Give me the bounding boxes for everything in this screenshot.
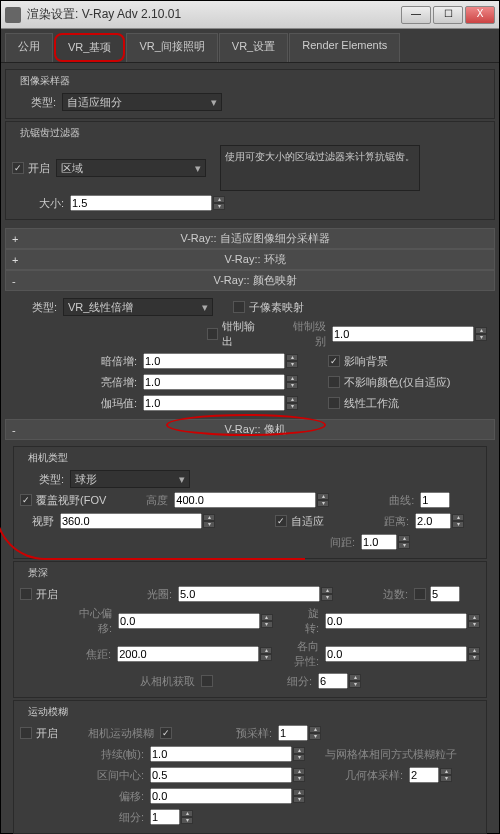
fromcam-label: 从相机获取 <box>140 674 201 689</box>
titlebar: 渲染设置: V-Ray Adv 2.10.01 — ☐ X <box>1 1 499 29</box>
cm-dark-input[interactable] <box>143 353 285 369</box>
antialias-title: 抗锯齿过滤器 <box>16 126 84 140</box>
subdiv-input[interactable] <box>318 673 348 689</box>
tab-vr-basic[interactable]: VR_基项 <box>54 33 125 62</box>
cm-dark-spinner[interactable]: ▴▾ <box>286 354 298 368</box>
cam-mb-checkbox[interactable]: ✓ <box>160 727 172 739</box>
cm-bright-label: 亮倍增: <box>13 375 143 390</box>
camera-curve-input[interactable] <box>420 492 450 508</box>
bias-label: 偏移: <box>90 789 150 804</box>
fromcam-checkbox[interactable] <box>201 675 213 687</box>
center-spinner[interactable]: ▴▾ <box>261 614 273 628</box>
aperture-spinner[interactable]: ▴▾ <box>321 587 333 601</box>
close-button[interactable]: X <box>465 6 495 24</box>
camera-view-spinner[interactable]: ▴▾ <box>203 514 215 528</box>
geosamp-spinner[interactable]: ▴▾ <box>440 768 452 782</box>
tab-vr-indirect[interactable]: VR_间接照明 <box>126 33 217 62</box>
aperture-label: 光圈: <box>118 587 178 602</box>
aniso-spinner[interactable]: ▴▾ <box>468 647 480 661</box>
subdiv2-spinner[interactable]: ▴▾ <box>181 810 193 824</box>
antialias-filter-dropdown[interactable]: 区域 <box>56 159 206 177</box>
fov-override-checkbox[interactable]: ✓ <box>20 494 32 506</box>
presamp-label: 预采样: <box>236 726 278 741</box>
sampler-type-label: 类型: <box>12 95 62 110</box>
cm-bg-checkbox[interactable]: ✓ <box>328 355 340 367</box>
presamp-spinner[interactable]: ▴▾ <box>309 726 321 740</box>
cm-gamma-input[interactable] <box>143 395 285 411</box>
camera-dist-spinner[interactable]: ▴▾ <box>452 514 464 528</box>
tab-common[interactable]: 公用 <box>5 33 53 62</box>
dof-enable-checkbox[interactable] <box>20 588 32 600</box>
cm-noaffect-checkbox[interactable] <box>328 376 340 388</box>
antialias-group: 抗锯齿过滤器 ✓ 开启 区域 使用可变大小的区域过滤器来计算抗锯齿。 大小: ▴… <box>5 121 495 220</box>
camera-inter-spinner[interactable]: ▴▾ <box>398 535 410 549</box>
camera-dist-input[interactable] <box>415 513 451 529</box>
cm-gamma-label: 伽玛值: <box>13 396 143 411</box>
rollup-environment[interactable]: +V-Ray:: 环境 <box>5 249 495 270</box>
tab-render-elements[interactable]: Render Elements <box>289 33 400 62</box>
subdiv2-label: 细分: <box>90 810 150 825</box>
cm-clamp-checkbox[interactable] <box>207 328 218 340</box>
camera-adaptive-checkbox[interactable]: ✓ <box>275 515 287 527</box>
mb-enable-checkbox[interactable] <box>20 727 32 739</box>
duration-label: 持续(帧): <box>90 747 150 762</box>
duration-spinner[interactable]: ▴▾ <box>293 747 305 761</box>
center-input[interactable] <box>118 613 260 629</box>
camera-view-input[interactable] <box>60 513 202 529</box>
aperture-input[interactable] <box>178 586 320 602</box>
camera-type-dropdown[interactable]: 球形 <box>70 470 190 488</box>
cm-clamp-spinner[interactable]: ▴▾ <box>475 327 487 341</box>
focal-spinner[interactable]: ▴▾ <box>260 647 272 661</box>
camera-inter-input[interactable] <box>361 534 397 550</box>
sides-input[interactable] <box>430 586 460 602</box>
camera-height-spinner[interactable]: ▴▾ <box>317 493 329 507</box>
sides-checkbox[interactable] <box>414 588 426 600</box>
rollup-colormap[interactable]: -V-Ray:: 颜色映射 <box>5 270 495 291</box>
focal-input[interactable] <box>117 646 259 662</box>
cm-bright-spinner[interactable]: ▴▾ <box>286 375 298 389</box>
duration-input[interactable] <box>150 746 292 762</box>
cm-gamma-spinner[interactable]: ▴▾ <box>286 396 298 410</box>
minimize-button[interactable]: — <box>401 6 431 24</box>
cm-type-dropdown[interactable]: VR_线性倍增 <box>63 298 213 316</box>
camera-type-group: 相机类型 <box>24 451 72 465</box>
rotation-input[interactable] <box>325 613 467 629</box>
cm-bg-label: 影响背景 <box>344 354 388 369</box>
rotation-spinner[interactable]: ▴▾ <box>468 614 480 628</box>
presamp-input[interactable] <box>278 725 308 741</box>
antialias-size-spinner[interactable]: ▴▾ <box>213 196 225 210</box>
rollup-camera[interactable]: -V-Ray:: 像机 <box>5 419 495 440</box>
camera-dist-label: 距离: <box>384 514 415 529</box>
tab-vr-settings[interactable]: VR_设置 <box>219 33 288 62</box>
antialias-size-input[interactable] <box>70 195 212 211</box>
dof-group-label: 景深 <box>24 566 52 580</box>
aniso-input[interactable] <box>325 646 467 662</box>
subdiv-spinner[interactable]: ▴▾ <box>349 674 361 688</box>
maximize-button[interactable]: ☐ <box>433 6 463 24</box>
antialias-enable-checkbox[interactable]: ✓ <box>12 162 24 174</box>
cm-bright-input[interactable] <box>143 374 285 390</box>
subdiv-label: 细分: <box>287 674 318 689</box>
mb-enable-label: 开启 <box>36 726 58 741</box>
cm-clamp-level-input[interactable] <box>332 326 474 342</box>
intcenter-spinner[interactable]: ▴▾ <box>293 768 305 782</box>
cm-subpixel-checkbox[interactable] <box>233 301 245 313</box>
intcenter-input[interactable] <box>150 767 292 783</box>
geosamp-label: 几何体采样: <box>345 768 409 783</box>
focal-label: 焦距: <box>78 647 117 662</box>
bias-spinner[interactable]: ▴▾ <box>293 789 305 803</box>
subdiv2-input[interactable] <box>150 809 180 825</box>
image-sampler-group: 图像采样器 类型: 自适应细分 <box>5 69 495 119</box>
bias-input[interactable] <box>150 788 292 804</box>
center-label: 中心偏移: <box>79 606 118 636</box>
colormap-body: 类型: VR_线性倍增 子像素映射 钳制输出 钳制级别 ▴▾ 暗倍增: ▴▾ <box>5 291 495 419</box>
cm-linear-checkbox[interactable] <box>328 397 340 409</box>
image-sampler-title: 图像采样器 <box>16 74 74 88</box>
window-title: 渲染设置: V-Ray Adv 2.10.01 <box>27 6 399 23</box>
camera-view-label: 视野 <box>20 514 60 529</box>
camera-height-input[interactable] <box>174 492 316 508</box>
mesh-blur-label: 与网格体相同方式模糊粒子 <box>325 747 457 762</box>
rollup-adaptive[interactable]: +V-Ray:: 自适应图像细分采样器 <box>5 228 495 249</box>
geosamp-input[interactable] <box>409 767 439 783</box>
sampler-type-dropdown[interactable]: 自适应细分 <box>62 93 222 111</box>
